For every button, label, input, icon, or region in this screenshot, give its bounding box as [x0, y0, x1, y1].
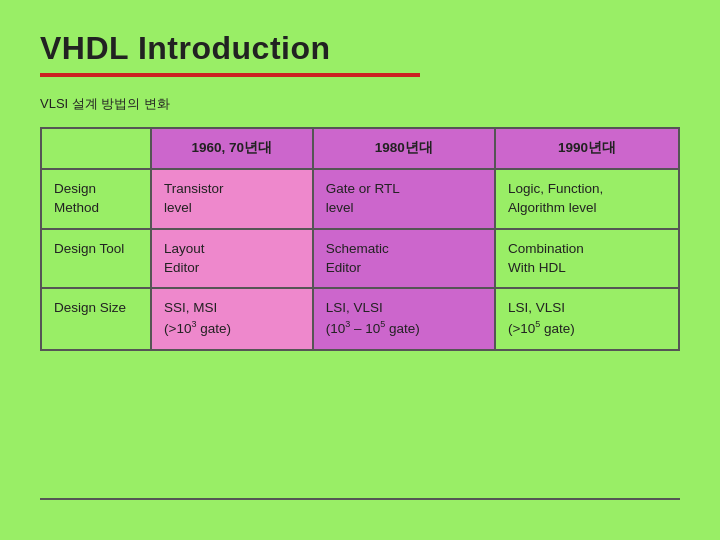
- header-col1: 1960, 70년대: [151, 128, 313, 169]
- method-col3: Logic, Function,Algorithm level: [495, 169, 679, 229]
- comparison-table: 1960, 70년대 1980년대 1990년대 Design Method T…: [40, 127, 680, 351]
- method-col1: Transistorlevel: [151, 169, 313, 229]
- header-col3: 1990년대: [495, 128, 679, 169]
- method-col2: Gate or RTLlevel: [313, 169, 495, 229]
- table-row: Design Method Transistorlevel Gate or RT…: [41, 169, 679, 229]
- tool-col3: CombinationWith HDL: [495, 229, 679, 289]
- slide: VHDL Introduction VLSI 설계 방법의 변화 1960, 7…: [0, 0, 720, 540]
- subtitle: VLSI 설계 방법의 변화: [40, 95, 680, 113]
- header-col2: 1980년대: [313, 128, 495, 169]
- table-row: Design Tool LayoutEditor SchematicEditor…: [41, 229, 679, 289]
- page-title: VHDL Introduction: [40, 30, 680, 67]
- row-label-size: Design Size: [41, 288, 151, 349]
- title-underline: [40, 73, 420, 77]
- size-col2: LSI, VLSI(103 – 105 gate): [313, 288, 495, 349]
- tool-col1: LayoutEditor: [151, 229, 313, 289]
- tool-col2: SchematicEditor: [313, 229, 495, 289]
- row-label-method: Design Method: [41, 169, 151, 229]
- table-row: Design Size SSI, MSI(>103 gate) LSI, VLS…: [41, 288, 679, 349]
- size-col1: SSI, MSI(>103 gate): [151, 288, 313, 349]
- header-empty: [41, 128, 151, 169]
- row-label-tool: Design Tool: [41, 229, 151, 289]
- bottom-divider: [40, 498, 680, 500]
- size-col3: LSI, VLSI(>105 gate): [495, 288, 679, 349]
